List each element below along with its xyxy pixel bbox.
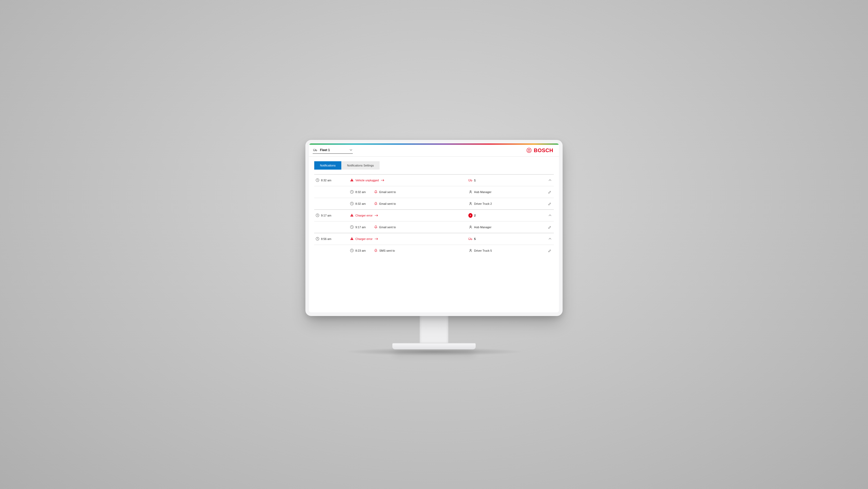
svg-rect-5 xyxy=(351,179,352,180)
notification-action-row: 8:23 amSMS sent toDriver Truck 5 xyxy=(314,244,554,256)
clock-icon xyxy=(350,249,354,253)
svg-point-18 xyxy=(470,226,471,227)
svg-point-3 xyxy=(527,148,532,153)
asset-id: 5 xyxy=(474,237,547,240)
svg-point-1 xyxy=(314,150,314,151)
event-time: 8:32 am xyxy=(321,179,350,182)
edit-button[interactable] xyxy=(548,202,552,206)
action-recipient: Driver Truck 5 xyxy=(474,249,547,252)
warning-icon xyxy=(350,213,354,218)
fleet-dropdown[interactable]: Fleet 1 xyxy=(313,147,353,154)
action-msg: SMS sent to xyxy=(379,249,468,252)
bell-icon xyxy=(374,190,378,194)
app-screen: Fleet 1 BOSCH Notifications Notification… xyxy=(309,144,559,312)
svg-point-13 xyxy=(470,202,471,204)
action-recipient: Driver Truck 2 xyxy=(474,202,547,205)
bosch-anchor-icon xyxy=(526,148,532,153)
brand-text: BOSCH xyxy=(534,147,553,153)
chevron-down-icon xyxy=(350,149,352,151)
event-time: 9:17 am xyxy=(321,214,350,217)
clock-icon xyxy=(315,237,319,241)
bell-icon xyxy=(374,225,378,229)
asset-icon xyxy=(468,213,472,218)
edit-button[interactable] xyxy=(548,225,552,229)
action-time: 8:23 am xyxy=(355,249,374,252)
clock-icon xyxy=(315,213,319,218)
truck-icon xyxy=(313,148,317,152)
person-icon xyxy=(468,202,472,206)
collapse-toggle[interactable] xyxy=(549,214,551,217)
bell-icon xyxy=(374,202,378,206)
event-type: Charger error xyxy=(355,214,468,217)
svg-point-23 xyxy=(469,239,470,240)
svg-rect-6 xyxy=(351,181,352,181)
asset-icon xyxy=(468,178,472,182)
svg-rect-16 xyxy=(351,216,352,216)
clock-icon xyxy=(350,202,354,206)
notification-row[interactable]: 9:17 amCharger error2 xyxy=(314,209,554,221)
event-time: 8:56 am xyxy=(321,237,350,240)
tab-notifications[interactable]: Notifications xyxy=(314,161,341,170)
notification-action-row: 9:17 amEmail sent toHub Manager xyxy=(314,221,554,233)
brand-logo: BOSCH xyxy=(526,147,553,153)
event-type: Vehicle unplugged xyxy=(355,179,468,182)
clock-icon xyxy=(315,178,319,182)
asset-id: 1 xyxy=(474,179,547,182)
collapse-toggle[interactable] xyxy=(549,238,551,240)
notification-action-row: 8:32 amEmail sent toHub Manager xyxy=(314,186,554,198)
bell-icon xyxy=(374,249,378,253)
action-recipient: Hub Manager xyxy=(474,226,547,229)
edit-button[interactable] xyxy=(548,249,552,253)
notification-row[interactable]: 8:32 amVehicle unplugged1 xyxy=(314,174,554,186)
action-time: 8:32 am xyxy=(355,202,374,205)
notification-action-row: 8:32 amEmail sent toDriver Truck 2 xyxy=(314,198,554,209)
action-msg: Email sent to xyxy=(379,191,468,194)
action-msg: Email sent to xyxy=(379,202,468,205)
svg-rect-15 xyxy=(351,215,352,216)
svg-rect-21 xyxy=(351,239,352,240)
tab-notifications-settings[interactable]: Notifications Settings xyxy=(341,161,380,170)
svg-point-9 xyxy=(471,180,471,181)
event-type: Charger error xyxy=(355,237,468,240)
notification-row[interactable]: 8:56 amCharger error5 xyxy=(314,233,554,244)
svg-point-8 xyxy=(469,180,470,181)
collapse-toggle[interactable] xyxy=(549,179,551,181)
person-icon xyxy=(468,249,472,253)
action-msg: Email sent to xyxy=(379,226,468,229)
notification-list: 8:32 amVehicle unplugged18:32 amEmail se… xyxy=(314,174,554,256)
edit-button[interactable] xyxy=(548,190,552,194)
svg-rect-0 xyxy=(313,149,315,151)
svg-rect-20 xyxy=(351,238,352,239)
fleet-label: Fleet 1 xyxy=(320,148,330,152)
warning-icon xyxy=(350,178,354,182)
action-recipient: Hub Manager xyxy=(474,191,547,194)
warning-icon xyxy=(350,237,354,241)
action-time: 9:17 am xyxy=(355,226,374,229)
svg-point-26 xyxy=(470,249,471,251)
svg-rect-22 xyxy=(468,238,470,239)
clock-icon xyxy=(350,225,354,229)
tabs: Notifications Notifications Settings xyxy=(314,161,554,170)
asset-id: 2 xyxy=(474,214,547,217)
svg-point-2 xyxy=(316,150,316,151)
svg-point-24 xyxy=(471,239,471,240)
person-icon xyxy=(468,190,472,194)
svg-rect-7 xyxy=(468,179,470,181)
asset-icon xyxy=(468,237,472,241)
monitor-mockup: Fleet 1 BOSCH Notifications Notification… xyxy=(305,140,563,349)
clock-icon xyxy=(350,190,354,194)
person-icon xyxy=(468,225,472,229)
app-header: Fleet 1 BOSCH xyxy=(309,145,559,156)
action-time: 8:32 am xyxy=(355,191,374,194)
svg-point-11 xyxy=(470,191,471,192)
